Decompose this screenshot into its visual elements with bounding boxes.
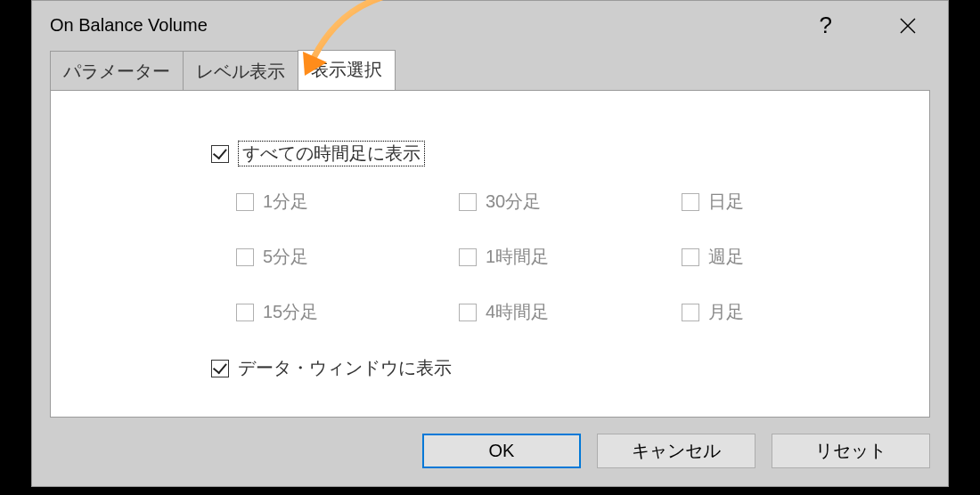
checkbox-data-window[interactable]: データ・ウィンドウに表示	[211, 356, 911, 380]
help-icon[interactable]: ?	[811, 7, 841, 44]
checkbox-icon	[211, 145, 229, 163]
close-icon[interactable]	[886, 12, 930, 39]
checkbox-label: 1時間足	[486, 245, 549, 269]
checkbox-label: 15分足	[263, 300, 318, 324]
checkbox-icon	[682, 193, 699, 211]
dialog-window: On Balance Volume ? パラメーター レベル表示 表示選択 すべ…	[31, 0, 949, 487]
checkbox-all-timeframes[interactable]: すべての時間足に表示	[211, 141, 911, 166]
checkbox-label: 月足	[708, 300, 744, 324]
checkbox-label: 4時間足	[486, 300, 549, 324]
tab-bar: パラメーター レベル表示 表示選択	[32, 50, 948, 90]
checkbox-15min[interactable]: 15分足	[236, 300, 459, 324]
tab-content: すべての時間足に表示 1分足 30分足 日足 5分足 1時間足	[50, 90, 930, 418]
checkbox-daily[interactable]: 日足	[682, 190, 860, 214]
tab-levels[interactable]: レベル表示	[183, 51, 298, 91]
titlebar: On Balance Volume ?	[32, 1, 948, 50]
checkbox-4hour[interactable]: 4時間足	[459, 300, 682, 324]
checkbox-1hour[interactable]: 1時間足	[459, 245, 682, 269]
timeframe-grid: 1分足 30分足 日足 5分足 1時間足 週足	[236, 190, 911, 324]
checkbox-icon	[236, 304, 254, 321]
checkbox-weekly[interactable]: 週足	[682, 245, 860, 269]
checkbox-icon	[459, 193, 477, 211]
checkbox-label: 週足	[708, 245, 744, 269]
checkbox-data-window-label: データ・ウィンドウに表示	[238, 356, 452, 380]
dialog-title: On Balance Volume	[50, 15, 811, 36]
button-row: OK キャンセル リセット	[32, 418, 948, 468]
ok-button[interactable]: OK	[422, 434, 581, 468]
cancel-button[interactable]: キャンセル	[597, 434, 755, 468]
checkbox-1min[interactable]: 1分足	[236, 190, 459, 214]
checkbox-icon	[236, 193, 254, 211]
checkbox-icon	[682, 248, 699, 266]
checkbox-icon	[236, 248, 254, 266]
tab-parameters[interactable]: パラメーター	[50, 51, 184, 91]
checkbox-icon	[682, 304, 699, 321]
checkbox-icon	[459, 304, 477, 321]
checkbox-5min[interactable]: 5分足	[236, 245, 459, 269]
checkbox-30min[interactable]: 30分足	[459, 190, 682, 214]
checkbox-label: 日足	[708, 190, 744, 214]
checkbox-label: 30分足	[486, 190, 541, 214]
reset-button[interactable]: リセット	[772, 434, 930, 468]
checkbox-all-timeframes-label: すべての時間足に表示	[238, 141, 425, 166]
checkbox-icon	[459, 248, 477, 266]
checkbox-label: 1分足	[263, 190, 308, 214]
checkbox-monthly[interactable]: 月足	[682, 300, 860, 324]
tab-display-select[interactable]: 表示選択	[298, 50, 396, 90]
checkbox-icon	[211, 360, 229, 377]
checkbox-label: 5分足	[263, 245, 308, 269]
titlebar-controls: ?	[811, 7, 930, 44]
